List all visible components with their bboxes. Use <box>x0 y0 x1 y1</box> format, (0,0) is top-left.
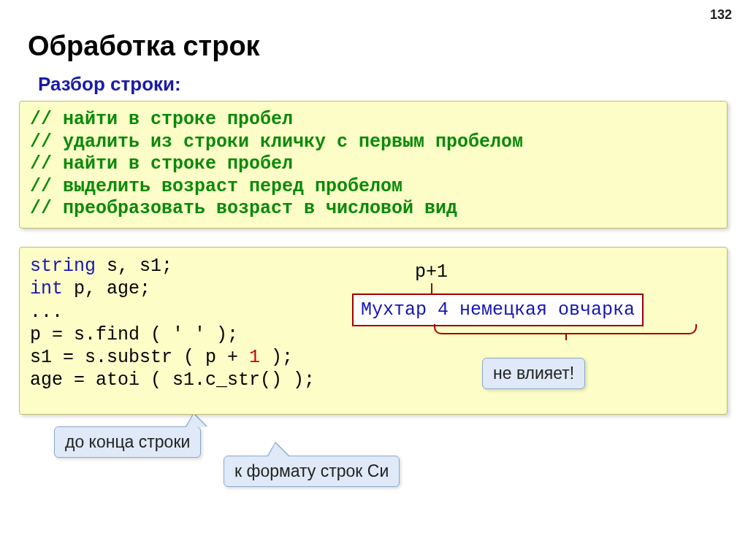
note-to-end: до конца строки <box>54 426 201 458</box>
example-part1: Мухтар <box>361 299 427 321</box>
code-line: s1 = s.substr ( p + 1 ); <box>30 346 717 369</box>
page-title: Обработка строк <box>28 31 260 62</box>
page-number: 132 <box>710 7 732 23</box>
underbrace <box>434 324 697 334</box>
example-part2: 4 немецкая овчарка <box>438 299 635 321</box>
comment-block: // найти в строке пробел // удалить из с… <box>19 101 728 229</box>
example-string: Мухтар 4 немецкая овчарка <box>352 294 644 326</box>
comment-line: // выделить возраст перед пробелом <box>30 176 717 199</box>
code-line: age = atoi ( s1.c_str() ); <box>30 369 717 391</box>
comment-line: // преобразовать возраст в числовой вид <box>30 198 717 220</box>
section-subtitle: Разбор строки: <box>38 73 181 96</box>
comment-line: // найти в строке пробел <box>30 153 717 176</box>
code-line: string s, s1; <box>30 255 717 277</box>
comment-line: // удалить из строки кличку с первым про… <box>30 131 717 154</box>
comment-line: // найти в строке пробел <box>30 109 717 131</box>
p-plus-1-label: p+1 <box>415 261 448 283</box>
note-c-format: к формату строк Си <box>224 456 400 487</box>
note-no-effect: не влияет! <box>482 358 585 389</box>
